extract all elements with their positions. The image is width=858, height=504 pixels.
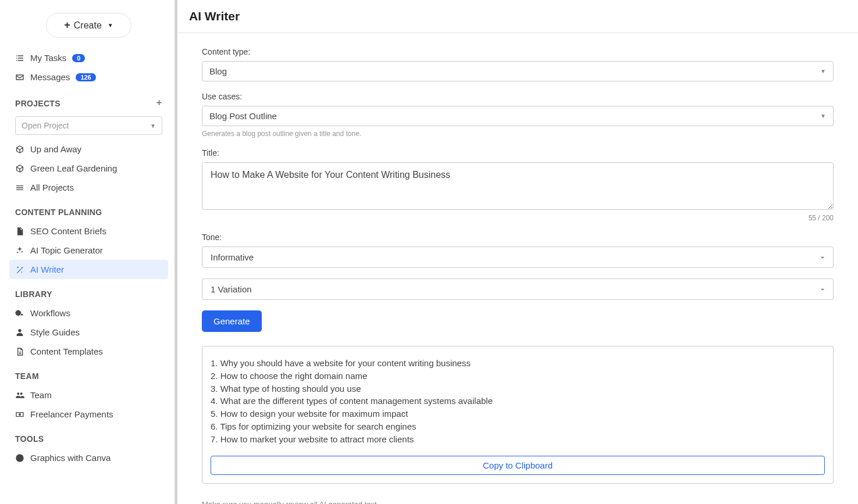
projects-header: PROJECTS + (9, 87, 168, 114)
use-cases-select[interactable]: Blog Post Outline ▼ (202, 106, 834, 126)
output-box: 1. Why you should have a website for you… (202, 346, 834, 484)
output-line: 4. What are the different types of conte… (211, 395, 825, 408)
content-planning-header: CONTENT PLANNING (9, 197, 168, 221)
output-line: 3. What type of hosting should you use (211, 383, 825, 395)
tone-label: Tone: (202, 233, 834, 242)
my-tasks-badge: 0 (72, 54, 85, 62)
footer-note: Make sure you manually review all AI gen… (202, 500, 834, 504)
output-line: 7. How to market your website to attract… (211, 433, 825, 446)
scrollbar[interactable] (175, 0, 177, 504)
caret-down-icon: ▼ (820, 68, 826, 74)
create-button[interactable]: + Create ▼ (46, 13, 131, 38)
sidebar-item-ai-topic[interactable]: AI Topic Generator (9, 241, 168, 260)
library-header: LIBRARY (9, 279, 168, 303)
sidebar-item-my-tasks[interactable]: My Tasks 0 (9, 48, 168, 67)
cube-icon (15, 164, 24, 173)
sidebar-item-ai-writer[interactable]: AI Writer (9, 260, 168, 279)
sidebar-item-payments[interactable]: Freelancer Payments (9, 405, 168, 424)
list-check-icon (15, 53, 24, 63)
team-header: TEAM (9, 361, 168, 385)
cube-icon (15, 145, 24, 154)
content-type-label: Content type: (202, 47, 834, 56)
output-line: 6. Tips for optimizing your website for … (211, 420, 825, 433)
add-project-button[interactable]: + (156, 97, 162, 109)
sidebar-item-all-projects[interactable]: All Projects (9, 178, 168, 197)
content-type-select[interactable]: Blog ▼ (202, 61, 834, 81)
open-project-select[interactable]: Open Project ▼ (15, 116, 162, 135)
sidebar-item-seo-briefs[interactable]: SEO Content Briefs (9, 221, 168, 241)
main: AI Writer Content type: Blog ▼ Use cases… (177, 0, 858, 504)
title-input[interactable] (202, 162, 834, 210)
caret-down-icon: ▼ (108, 22, 113, 28)
output-line: 2. How to choose the right domain name (211, 370, 825, 383)
money-icon (15, 410, 24, 419)
generate-button[interactable]: Generate (202, 310, 262, 332)
char-counter: 55 / 200 (202, 214, 834, 222)
caret-down-icon: ▼ (820, 113, 826, 119)
variation-select[interactable]: 1 Variation (202, 278, 834, 300)
canva-icon (15, 453, 24, 463)
copy-to-clipboard-button[interactable]: Copy to Clipboard (211, 456, 825, 475)
caret-down-icon: ▼ (150, 123, 156, 129)
use-cases-label: Use cases: (202, 92, 834, 101)
tone-select[interactable]: Informative (202, 246, 834, 268)
my-tasks-label: My Tasks (30, 53, 66, 63)
sidebar-item-canva[interactable]: Graphics with Canva (9, 448, 168, 467)
output-line: 5. How to design your website for maximu… (211, 408, 825, 420)
sidebar-item-up-and-away[interactable]: Up and Away (9, 140, 168, 159)
sidebar-item-content-templates[interactable]: Content Templates (9, 342, 168, 361)
messages-label: Messages (30, 72, 70, 82)
doc-lines-icon (15, 347, 24, 356)
envelope-icon (15, 73, 24, 82)
output-line: 1. Why you should have a website for you… (211, 357, 825, 370)
sidebar-item-team[interactable]: Team (9, 385, 168, 405)
plus-icon: + (64, 19, 70, 31)
users-icon (15, 391, 24, 400)
title-label: Title: (202, 148, 834, 158)
main-header: AI Writer (177, 0, 858, 33)
messages-badge: 126 (76, 73, 95, 81)
create-label: Create (74, 20, 102, 31)
bars-icon (15, 183, 24, 192)
gears-icon (15, 309, 24, 318)
user-book-icon (15, 328, 24, 337)
open-project-placeholder: Open Project (22, 121, 69, 130)
sidebar-item-green-leaf[interactable]: Green Leaf Gardening (9, 159, 168, 178)
sidebar: + Create ▼ My Tasks 0 Messages 126 PROJE… (0, 0, 177, 504)
wand-icon (15, 265, 24, 274)
doc-solid-icon (15, 227, 24, 236)
page-title: AI Writer (189, 9, 846, 23)
tools-header: TOOLS (9, 424, 168, 448)
sidebar-item-workflows[interactable]: Workflows (9, 303, 168, 323)
sidebar-item-messages[interactable]: Messages 126 (9, 67, 168, 87)
sparkles-icon (15, 246, 24, 255)
use-cases-hint: Generates a blog post outline given a ti… (202, 130, 834, 138)
sidebar-item-style-guides[interactable]: Style Guides (9, 323, 168, 342)
